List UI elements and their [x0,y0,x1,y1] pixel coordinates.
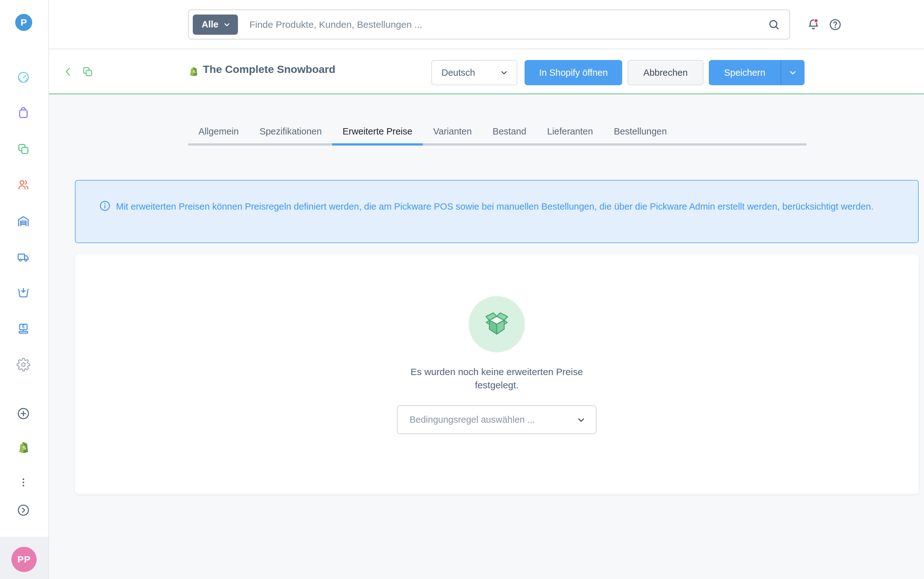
tab-bestand[interactable]: Bestand [482,119,537,146]
customers-users-icon [16,178,30,191]
search-icon[interactable] [767,18,781,31]
more-kebab-icon [16,476,30,489]
add-plus-circle-icon [16,407,30,420]
save-options-button[interactable] [781,60,804,85]
svg-text:S: S [192,69,196,74]
tab-lieferanten[interactable]: Lieferanten [537,119,603,146]
notification-dot [814,19,818,23]
page-title: The Complete Snowboard [203,63,335,75]
topbar: Alle [49,0,924,49]
tab-spezifikationen[interactable]: Spezifikationen [249,119,332,146]
sidebar-item-orders[interactable] [16,106,30,119]
warehouse-icon [16,214,30,228]
language-select-value: Deutsch [441,67,475,78]
pos-register-icon: € [16,322,30,335]
svg-text:€: € [22,324,25,329]
sidebar-item-add[interactable] [16,407,30,420]
sidebar-item-pos[interactable]: € [16,322,30,335]
cancel-button[interactable]: Abbrechen [628,60,703,85]
empty-state-illustration [469,296,525,352]
copy-icon [81,65,94,78]
duplicate-button[interactable] [81,65,94,78]
settings-gear-icon [16,358,30,371]
sidebar-item-shopify[interactable]: S [16,441,30,455]
save-button[interactable]: Speichern [709,60,781,85]
sidebar: P [0,0,49,579]
tab-varianten[interactable]: Varianten [423,119,482,146]
info-circle-icon [98,200,111,212]
condition-rule-select[interactable]: Bedingungsregel auswählen ... [397,406,597,434]
save-split-button: Speichern [709,60,804,85]
sidebar-item-products[interactable] [16,142,30,156]
search-input[interactable] [238,12,767,37]
sidebar-item-settings[interactable] [16,358,30,371]
pickware-logo[interactable]: P [15,14,32,31]
empty-state-message: Es wurden noch keine erweiterten Preise … [389,365,604,392]
dashboard-gauge-icon [16,70,30,84]
search-scope-label: Alle [202,19,218,29]
info-alert: Mit erweiterten Preisen können Preisrege… [75,180,919,243]
chevron-left-icon [62,65,74,78]
sidebar-item-collapse[interactable] [16,503,30,517]
orders-bag-icon [16,106,30,119]
bell-icon [806,18,821,31]
chevron-down-icon [576,415,586,425]
sidebar-item-incoming-goods[interactable] [16,286,30,299]
sidebar-item-warehouse[interactable] [16,214,30,228]
shopify-logo-icon: S [16,441,30,455]
sidebar-item-more[interactable] [16,476,30,489]
main-content: Allgemein Spezifikationen Erweiterte Pre… [49,95,924,579]
sidebar-item-customers[interactable] [16,178,30,191]
back-button[interactable] [62,65,74,78]
help-button[interactable] [828,18,842,31]
language-select[interactable]: Deutsch [432,60,517,85]
notifications-button[interactable] [806,18,821,31]
sidebar-item-dashboard[interactable] [16,70,30,84]
open-in-shopify-button[interactable]: In Shopify öffnen [525,60,622,85]
sidebar-item-shipping[interactable] [16,250,30,264]
incoming-goods-icon [16,286,30,299]
tab-bestellungen[interactable]: Bestellungen [603,119,677,146]
open-box-icon [481,308,512,340]
advanced-prices-card: Es wurden noch keine erweiterten Preise … [75,254,919,494]
product-tabs: Allgemein Spezifikationen Erweiterte Pre… [188,119,806,146]
chevron-down-icon [500,68,509,77]
search-scope-dropdown[interactable]: Alle [193,15,238,35]
condition-rule-placeholder: Bedingungsregel auswählen ... [410,414,576,425]
sidebar-footer: PP [0,537,48,579]
tab-allgemein[interactable]: Allgemein [188,119,249,146]
chevron-down-icon [788,68,797,77]
chevron-down-icon [223,21,231,29]
shipping-truck-icon [16,250,30,264]
info-alert-text: Mit erweiterten Preisen können Preisrege… [116,199,885,214]
page-header: S The Complete Snowboard Deutsch In Shop… [49,49,924,95]
collapse-chevron-circle-icon [16,503,30,517]
user-avatar[interactable]: PP [11,547,37,572]
question-circle-icon [828,18,842,31]
products-copy-icon [16,142,30,156]
svg-text:S: S [23,445,26,450]
global-search[interactable]: Alle [188,10,790,39]
tab-erweiterte-preise[interactable]: Erweiterte Preise [332,119,423,146]
shopify-bag-icon: S [188,66,199,77]
